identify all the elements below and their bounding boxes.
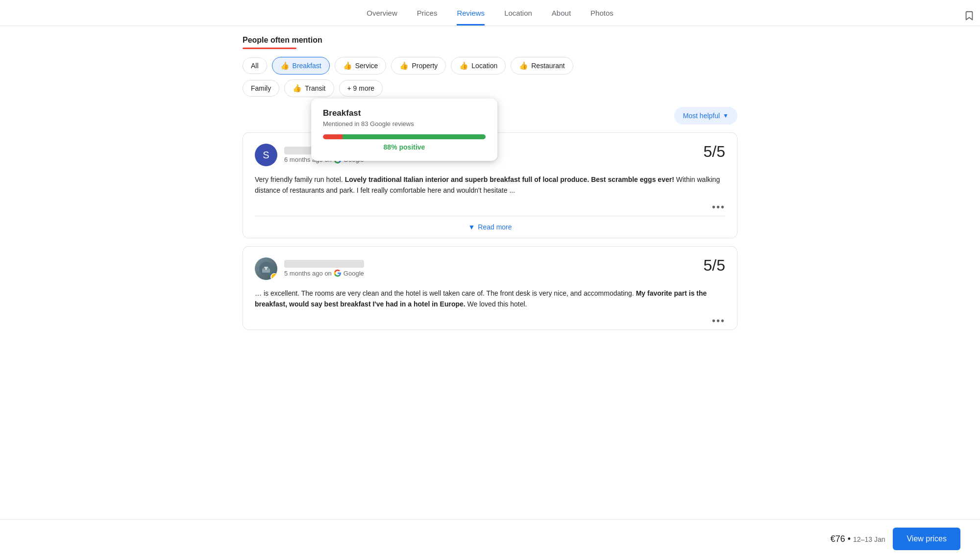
nav-overview[interactable]: Overview bbox=[367, 9, 397, 25]
chevron-down-icon-read-more: ▼ bbox=[468, 223, 475, 231]
review-header-2: ★ Nadia xxxxxxxxxx 5 months ago on Googl bbox=[255, 257, 725, 280]
review-rating-1: 5/5 bbox=[704, 144, 725, 159]
chip-location-label: Location bbox=[471, 62, 497, 70]
nav-about[interactable]: About bbox=[552, 9, 571, 25]
bookmark-button[interactable] bbox=[958, 5, 980, 26]
google-g-icon-2 bbox=[334, 269, 342, 277]
read-more-section-1: ▼ Read more bbox=[255, 216, 725, 238]
tooltip-title: Breakfast bbox=[323, 108, 486, 118]
more-options-button-1[interactable]: ••• bbox=[712, 202, 725, 212]
sort-button[interactable]: Most helpful ▼ bbox=[674, 107, 737, 125]
nav-prices[interactable]: Prices bbox=[417, 9, 438, 25]
nav-location[interactable]: Location bbox=[504, 9, 532, 25]
avatar-travel-icon bbox=[259, 262, 273, 276]
review-text-normal-2a: … is excellent. The rooms are very clean… bbox=[255, 289, 636, 297]
read-more-label-1: Read more bbox=[478, 223, 512, 231]
thumb-icon-service: 👍 bbox=[343, 61, 352, 70]
chevron-down-icon: ▼ bbox=[723, 112, 729, 119]
review-text-2: … is excellent. The rooms are very clean… bbox=[255, 288, 725, 310]
chip-family[interactable]: Family bbox=[243, 80, 279, 97]
review-text-normal-2b: We loved this hotel. bbox=[466, 300, 527, 308]
tooltip-percent: 88% positive bbox=[323, 143, 486, 151]
chip-restaurant[interactable]: 👍 Restaurant bbox=[511, 57, 573, 75]
section-title: People often mention bbox=[243, 36, 737, 45]
thumb-icon-restaurant: 👍 bbox=[519, 61, 528, 70]
top-navigation: Overview Prices Reviews Location About P… bbox=[0, 0, 980, 26]
chips-row-2: Family 👍 Transit + 9 more bbox=[243, 79, 737, 97]
breakfast-tooltip: Breakfast Mentioned in 83 Google reviews… bbox=[311, 99, 497, 161]
platform-2: Google bbox=[343, 270, 364, 277]
avatar-letter-1: S bbox=[263, 150, 269, 161]
chip-breakfast-label: Breakfast bbox=[293, 62, 321, 70]
review-text-bold-1: Lovely traditional Italian interior and … bbox=[345, 176, 674, 183]
chip-transit-label: Transit bbox=[305, 84, 325, 92]
svg-rect-3 bbox=[263, 268, 265, 270]
reviewer-name-2: Nadia xxxxxxxxxx bbox=[284, 260, 364, 268]
reviewer-info-2: ★ Nadia xxxxxxxxxx 5 months ago on Googl bbox=[255, 257, 364, 280]
review-rating-2: 5/5 bbox=[704, 257, 725, 273]
main-content: People often mention All 👍 Breakfast 👍 S… bbox=[233, 26, 747, 387]
nav-photos[interactable]: Photos bbox=[590, 9, 613, 25]
chip-breakfast[interactable]: 👍 Breakfast bbox=[272, 57, 330, 75]
chip-all[interactable]: All bbox=[243, 57, 267, 74]
svg-rect-4 bbox=[267, 268, 269, 270]
review-card-2: ★ Nadia xxxxxxxxxx 5 months ago on Googl bbox=[243, 246, 737, 330]
chip-service-label: Service bbox=[355, 62, 378, 70]
chip-location[interactable]: 👍 Location bbox=[451, 57, 506, 75]
read-more-button-1[interactable]: ▼ Read more bbox=[468, 223, 512, 231]
thumb-icon-breakfast: 👍 bbox=[280, 61, 290, 70]
section-underline bbox=[243, 48, 296, 49]
thumb-icon-location: 👍 bbox=[459, 61, 468, 70]
tooltip-progress-bar bbox=[323, 134, 486, 139]
thumb-icon-transit: 👍 bbox=[293, 84, 302, 93]
chip-property[interactable]: 👍 Property bbox=[391, 57, 446, 75]
chip-all-label: All bbox=[251, 62, 259, 70]
chip-more[interactable]: + 9 more bbox=[339, 80, 383, 97]
review-text-1: Very friendly family run hotel. Lovely t… bbox=[255, 174, 725, 196]
sort-label: Most helpful bbox=[683, 112, 720, 120]
review-time-2: 5 months ago on bbox=[284, 270, 332, 277]
avatar-badge-2: ★ bbox=[270, 273, 277, 280]
reviewer-meta-2: 5 months ago on Google bbox=[284, 269, 364, 277]
avatar-badge-star-icon: ★ bbox=[271, 274, 278, 280]
thumb-icon-property: 👍 bbox=[399, 61, 409, 70]
avatar-2: ★ bbox=[255, 257, 277, 280]
chip-more-label: + 9 more bbox=[347, 84, 375, 92]
chip-property-label: Property bbox=[412, 62, 438, 70]
chips-row-1: All 👍 Breakfast 👍 Service 👍 Property 👍 L… bbox=[243, 57, 737, 75]
progress-bar-positive bbox=[343, 134, 486, 139]
more-options-button-2[interactable]: ••• bbox=[712, 316, 725, 326]
chip-family-label: Family bbox=[251, 84, 271, 92]
reviewer-details-2: Nadia xxxxxxxxxx 5 months ago on Google bbox=[284, 260, 364, 277]
review-text-normal-1a: Very friendly family run hotel. bbox=[255, 176, 345, 183]
chip-service[interactable]: 👍 Service bbox=[335, 57, 387, 75]
tooltip-subtitle: Mentioned in 83 Google reviews bbox=[323, 120, 486, 127]
chip-restaurant-label: Restaurant bbox=[531, 62, 564, 70]
chip-transit[interactable]: 👍 Transit bbox=[284, 79, 334, 97]
nav-reviews[interactable]: Reviews bbox=[457, 9, 485, 25]
avatar-1: S bbox=[255, 144, 277, 166]
progress-bar-negative bbox=[323, 134, 343, 139]
